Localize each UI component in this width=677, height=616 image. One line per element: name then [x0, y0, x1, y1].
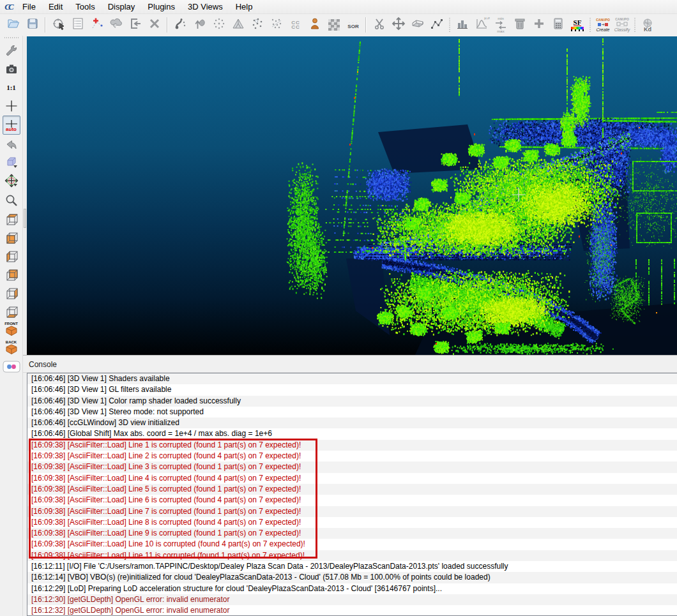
toolbar-button-point-list-picking[interactable]	[88, 16, 106, 34]
menu-item-edit[interactable]: Edit	[42, 0, 69, 14]
menu-item-plugins[interactable]: Plugins	[141, 0, 181, 14]
toolbar-button-octree[interactable]	[210, 16, 228, 34]
toolbar-button-cloud-cloud-distance[interactable]: CCCC	[287, 16, 305, 34]
sidebar-button-view-left[interactable]	[3, 247, 20, 264]
menu-item-display[interactable]: Display	[102, 0, 142, 14]
sidebar-button-view-front[interactable]	[3, 229, 20, 246]
undo-viewport-icon	[4, 138, 19, 152]
menu-item-help[interactable]: Help	[229, 0, 259, 14]
smooth-icon	[270, 17, 284, 33]
toolbar-drag-handle[interactable]	[633, 18, 637, 32]
sidebar-button-zoom-fit[interactable]	[3, 97, 20, 114]
toolbar-button-sample-points[interactable]	[248, 16, 266, 34]
toolbar-button-histogram[interactable]	[453, 16, 471, 34]
sor-label: SOR	[347, 24, 358, 29]
menu-item-file[interactable]: File	[16, 0, 42, 14]
toolbar-drag-handle[interactable]	[448, 18, 452, 32]
toolbar-button-delete[interactable]	[146, 16, 164, 34]
toolbar-button-open[interactable]	[4, 16, 22, 34]
toolbar-button-add-sf[interactable]	[530, 16, 548, 34]
toolbar-button-sf-min-max[interactable]: minmax	[492, 16, 510, 34]
console-row[interactable]: [16:12:30] [getGLDepth] OpenGL error: in…	[27, 594, 677, 605]
toolbar-button-density[interactable]	[191, 16, 209, 34]
toolbar-button-smooth[interactable]	[268, 16, 285, 34]
console-row[interactable]: [16:06:46] [ccGLWindow] 3D view initiali…	[27, 417, 677, 428]
toolbar-drag-handle[interactable]	[588, 18, 592, 32]
toolbar-drag-handle[interactable]	[4, 37, 19, 40]
sidebar-button-auto-pick-center[interactable]: auto	[3, 116, 20, 135]
sidebar-button-zoom[interactable]	[3, 192, 20, 209]
view-left-icon	[4, 249, 19, 263]
sidebar-button-zoom-1-1[interactable]: 1:1	[3, 79, 20, 96]
sidebar-button-view-right[interactable]	[3, 284, 20, 301]
toolbar-button-mesh[interactable]	[229, 16, 247, 34]
sidebar-button-view-top[interactable]	[3, 210, 20, 227]
toolbar-button-save[interactable]	[24, 16, 42, 34]
console-row[interactable]: [16:09:38] [AsciiFilter::Load] Line 3 is…	[27, 462, 677, 472]
console-row[interactable]: [16:12:14] [VBO] VBO(s) (re)initialized …	[27, 572, 677, 583]
zoom-fit-icon	[4, 99, 19, 113]
console-panel: Console [16:06:46] [3D View 1] Shaders a…	[23, 355, 677, 616]
view-toolbar: 1:1autoFRONTBACK	[0, 36, 23, 616]
console-row[interactable]: [16:09:38] [AsciiFilter::Load] Line 5 is…	[27, 484, 677, 495]
add-sf-icon	[532, 17, 546, 33]
console-row[interactable]: [16:06:46] [3D View 1] Stereo mode: not …	[27, 407, 677, 417]
sidebar-button-pivot-visibility[interactable]	[3, 173, 20, 190]
console-row[interactable]: [16:06:46] [Global Shift] Max abs. coord…	[27, 428, 677, 439]
console-row[interactable]: [16:09:38] [AsciiFilter::Load] Line 4 is…	[27, 473, 677, 484]
toolbar-button-chessboard-filter[interactable]	[325, 16, 343, 34]
console-row[interactable]: [16:09:38] [AsciiFilter::Load] Line 7 is…	[27, 506, 677, 517]
point-cloud-canvas[interactable]	[27, 36, 677, 355]
menu-item-3d-views[interactable]: 3D Views	[181, 0, 229, 14]
toolbar-button-cross-section[interactable]	[409, 16, 427, 34]
console-row[interactable]: [16:09:38] [AsciiFilter::Load] Line 2 is…	[27, 451, 677, 462]
cross-section-icon	[411, 17, 425, 33]
sidebar-button-screenshot[interactable]	[3, 60, 20, 77]
console-row[interactable]: [16:09:38] [AsciiFilter::Load] Line 10 i…	[27, 539, 677, 550]
main-toolbar: CCCC· · ·SORμ,σminmaxSFCANUPOCreateCANUP…	[0, 14, 677, 36]
toolbar-button-canupo-classify[interactable]: CANUPOClassify	[613, 16, 631, 34]
sidebar-button-config-tools[interactable]	[3, 41, 20, 59]
menu-item-tools[interactable]: Tools	[69, 0, 101, 14]
clone-icon	[109, 17, 123, 33]
toolbar-button-sf-color-scale[interactable]: SF	[568, 16, 586, 34]
console-row[interactable]: [16:09:38] [AsciiFilter::Load] Line 11 i…	[27, 550, 677, 561]
3d-viewport[interactable]	[27, 36, 677, 355]
delete-icon	[148, 17, 162, 33]
toolbar-button-trace-polyline[interactable]	[428, 16, 446, 34]
console-row[interactable]: [16:09:38] [AsciiFilter::Load] Line 1 is…	[27, 440, 677, 451]
toolbar-button-sf-arithmetic[interactable]	[549, 16, 567, 34]
sidebar-button-view-bottom[interactable]	[3, 303, 20, 320]
toolbar-button-translate-rotate[interactable]	[390, 16, 407, 34]
console-row[interactable]: [16:09:38] [AsciiFilter::Load] Line 9 is…	[27, 528, 677, 539]
toolbar-button-delete-sf[interactable]	[511, 16, 529, 34]
toolbar-button-statistical-test[interactable]	[306, 16, 324, 34]
toolbar-button-sor-filter[interactable]: · · ·SOR	[344, 16, 362, 34]
toolbar-button-apply-transformation[interactable]	[126, 16, 144, 34]
sidebar-button-bubble-view[interactable]	[3, 154, 20, 172]
console-row[interactable]: [16:06:46] [3D View 1] Color ramp shader…	[27, 396, 677, 407]
console-row[interactable]: [16:12:32] [getGLDepth] OpenGL error: in…	[27, 605, 677, 616]
toolbar-button-properties[interactable]	[69, 16, 87, 34]
toolbar-button-segment[interactable]	[370, 16, 388, 34]
toolbar-button-statistical-distribution[interactable]: μ,σ	[473, 16, 491, 34]
console-row[interactable]: [16:09:38] [AsciiFilter::Load] Line 6 is…	[27, 495, 677, 506]
console-row[interactable]: [16:06:46] [3D View 1] Shaders available	[27, 373, 677, 384]
toolbar-button-kd-tree[interactable]: Kd	[639, 16, 657, 34]
toolbar-button-subsample[interactable]	[172, 16, 190, 34]
sidebar-button-view-back[interactable]	[3, 266, 20, 283]
console-row[interactable]: [16:12:29] [LoD] Preparing LoD accelerat…	[27, 583, 677, 594]
menu-bar: CC FileEditToolsDisplayPlugins3D ViewsHe…	[0, 0, 677, 14]
console-row[interactable]: [16:06:46] [3D View 1] GL filters availa…	[27, 384, 677, 395]
sidebar-button-iso-view-back[interactable]: BACK	[3, 340, 20, 357]
sidebar-button-stereo-mode[interactable]	[3, 358, 20, 375]
toolbar-button-canupo-create[interactable]: CANUPOCreate	[594, 16, 612, 34]
splitter-grip[interactable]	[24, 209, 26, 228]
toolbar-button-clone[interactable]	[107, 16, 125, 34]
console-row[interactable]: [16:09:38] [AsciiFilter::Load] Line 8 is…	[27, 517, 677, 528]
toolbar-button-point-picking[interactable]	[50, 16, 68, 34]
sidebar-button-undo-viewport[interactable]	[3, 136, 20, 153]
console-log-list[interactable]: [16:06:46] [3D View 1] Shaders available…	[27, 373, 677, 616]
console-row[interactable]: [16:12:11] [I/O] File 'C:/Users/ramon.TA…	[27, 561, 677, 572]
sidebar-button-iso-view-front[interactable]: FRONT	[3, 321, 20, 338]
